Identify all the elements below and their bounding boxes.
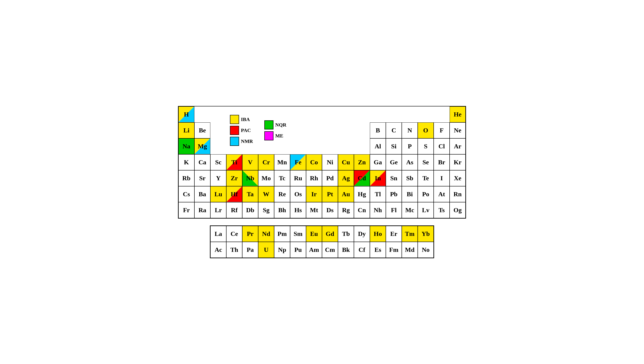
element-Mo: Mo — [258, 170, 274, 186]
element-Ds: Ds — [322, 202, 338, 218]
element-Sm: Sm — [290, 226, 306, 242]
element-Kr: Kr — [450, 154, 466, 170]
element-Sb: Sb — [402, 170, 418, 186]
element-Ga: Ga — [370, 154, 386, 170]
element-Rh: Rh — [306, 170, 322, 186]
element-Fe: Fe — [290, 154, 306, 170]
element-Pa: Pa — [242, 242, 258, 258]
element-Cs: Cs — [178, 186, 194, 202]
legend-col-right: NQR ME — [264, 120, 286, 140]
element-Ts: Ts — [434, 202, 450, 218]
legend-label-nqr: NQR — [275, 122, 286, 128]
element-Po: Po — [418, 186, 434, 202]
element-C: C — [386, 122, 402, 138]
element-Tc: Tc — [274, 170, 290, 186]
legend-swatch-nqr — [264, 120, 274, 130]
element-N: N — [402, 122, 418, 138]
element-Mt: Mt — [306, 202, 322, 218]
element-Pt: Pt — [322, 186, 338, 202]
element-O: O — [418, 122, 434, 138]
element-Ag: Ag — [338, 170, 354, 186]
element-Db: Db — [242, 202, 258, 218]
element-Ir: Ir — [306, 186, 322, 202]
element-Ce: Ce — [226, 226, 242, 242]
element-Lu: Lu — [210, 186, 226, 202]
element-Tb: Tb — [338, 226, 354, 242]
element-Mn: Mn — [274, 154, 290, 170]
legend-me: ME — [264, 131, 286, 140]
element-Pm: Pm — [274, 226, 290, 242]
element-Ra: Ra — [194, 202, 210, 218]
element-K: K — [178, 154, 194, 170]
element-Hg: Hg — [354, 186, 370, 202]
legend-label-nmr: NMR — [241, 138, 253, 144]
element-Au: Au — [338, 186, 354, 202]
element-Rg: Rg — [338, 202, 354, 218]
element-Sc: Sc — [210, 154, 226, 170]
element-In: In — [370, 170, 386, 186]
element-Zr: Zr — [226, 170, 242, 186]
element-Bk: Bk — [338, 242, 354, 258]
element-Ac: Ac — [210, 242, 226, 258]
element-Co: Co — [306, 154, 322, 170]
element-Mg: Mg — [194, 138, 210, 154]
element-W: W — [258, 186, 274, 202]
element-P: P — [402, 138, 418, 154]
element-Cu: Cu — [338, 154, 354, 170]
element-Eu: Eu — [306, 226, 322, 242]
element-Se: Se — [418, 154, 434, 170]
element-Y: Y — [210, 170, 226, 186]
element-Np: Np — [274, 242, 290, 258]
element-Am: Am — [306, 242, 322, 258]
legend-iba: IBA — [230, 115, 253, 124]
element-Hs: Hs — [290, 202, 306, 218]
element-H: H — [178, 106, 194, 122]
element-Xe: Xe — [450, 170, 466, 186]
element-Gd: Gd — [322, 226, 338, 242]
element-Sn: Sn — [386, 170, 402, 186]
legend-pac: PAC — [230, 126, 253, 135]
legend-label-me: ME — [275, 133, 283, 139]
element-Er: Er — [386, 226, 402, 242]
element-Rf: Rf — [226, 202, 242, 218]
element-Ti: Ti — [226, 154, 242, 170]
element-La: La — [210, 226, 226, 242]
element-Yb: Yb — [418, 226, 434, 242]
element-Nb: Nb — [242, 170, 258, 186]
legend-col-left: IBA PAC NMR — [230, 115, 253, 146]
element-Cd: Cd — [354, 170, 370, 186]
element-Re: Re — [274, 186, 290, 202]
element-S: S — [418, 138, 434, 154]
element-B: B — [370, 122, 386, 138]
element-Si: Si — [386, 138, 402, 154]
element-Ca: Ca — [194, 154, 210, 170]
legend-nqr: NQR — [264, 120, 286, 130]
element-Cl: Cl — [434, 138, 450, 154]
legend-swatch-pac — [230, 126, 239, 135]
element-No: No — [418, 242, 434, 258]
legend-swatch-iba — [230, 115, 239, 124]
element-Fr: Fr — [178, 202, 194, 218]
element-Tl: Tl — [370, 186, 386, 202]
element-Sr: Sr — [194, 170, 210, 186]
element-Cr: Cr — [258, 154, 274, 170]
legend-area: IBA PAC NMR NQR ME — [210, 106, 306, 154]
element-At: At — [434, 186, 450, 202]
element-Ne: Ne — [450, 122, 466, 138]
element-Nd: Nd — [258, 226, 274, 242]
element-Fm: Fm — [386, 242, 402, 258]
element-Ar: Ar — [450, 138, 466, 154]
legend-label-iba: IBA — [241, 116, 250, 122]
element-Pu: Pu — [290, 242, 306, 258]
element-Og: Og — [450, 202, 466, 218]
legend-swatch-me — [264, 131, 274, 140]
element-Bi: Bi — [402, 186, 418, 202]
element-V: V — [242, 154, 258, 170]
element-Bh: Bh — [274, 202, 290, 218]
element-Es: Es — [370, 242, 386, 258]
element-U: U — [258, 242, 274, 258]
element-Ni: Ni — [322, 154, 338, 170]
element-Md: Md — [402, 242, 418, 258]
legend-label-pac: PAC — [241, 128, 251, 133]
element-Al: Al — [370, 138, 386, 154]
